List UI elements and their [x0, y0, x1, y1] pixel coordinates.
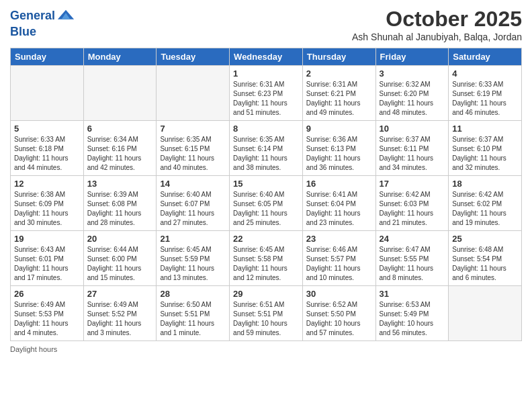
day-number: 1 [233, 68, 299, 79]
calendar-cell: 10Sunrise: 6:37 AM Sunset: 6:11 PM Dayli… [375, 121, 449, 176]
calendar-cell: 12Sunrise: 6:38 AM Sunset: 6:09 PM Dayli… [11, 176, 84, 231]
location: Ash Shunah al Janubiyah, Balqa, Jordan [352, 32, 522, 42]
day-info: Sunrise: 6:39 AM Sunset: 6:08 PM Dayligh… [87, 190, 153, 228]
calendar-cell [449, 286, 522, 341]
day-number: 9 [306, 124, 372, 134]
calendar-header-row: Sunday Monday Tuesday Wednesday Thursday… [11, 48, 522, 66]
day-info: Sunrise: 6:33 AM Sunset: 6:18 PM Dayligh… [14, 135, 80, 173]
day-info: Sunrise: 6:35 AM Sunset: 6:15 PM Dayligh… [160, 135, 226, 173]
month-title: October 2025 [352, 7, 522, 32]
day-info: Sunrise: 6:50 AM Sunset: 5:51 PM Dayligh… [160, 300, 226, 338]
calendar-cell: 14Sunrise: 6:40 AM Sunset: 6:07 PM Dayli… [157, 176, 230, 231]
col-wednesday: Wednesday [230, 48, 303, 66]
day-number: 26 [14, 289, 80, 299]
day-number: 24 [380, 234, 445, 244]
day-number: 31 [380, 289, 445, 299]
day-number: 22 [233, 234, 299, 244]
day-info: Sunrise: 6:36 AM Sunset: 6:13 PM Dayligh… [306, 135, 372, 173]
day-info: Sunrise: 6:37 AM Sunset: 6:11 PM Dayligh… [380, 135, 445, 173]
calendar-cell: 20Sunrise: 6:44 AM Sunset: 6:00 PM Dayli… [83, 231, 157, 286]
calendar-cell [157, 66, 230, 121]
day-number: 27 [87, 289, 153, 299]
calendar-cell: 26Sunrise: 6:49 AM Sunset: 5:53 PM Dayli… [11, 286, 84, 341]
calendar-cell: 21Sunrise: 6:45 AM Sunset: 5:59 PM Dayli… [157, 231, 230, 286]
day-info: Sunrise: 6:32 AM Sunset: 6:20 PM Dayligh… [380, 80, 445, 118]
calendar-table: Sunday Monday Tuesday Wednesday Thursday… [10, 48, 522, 341]
day-info: Sunrise: 6:40 AM Sunset: 6:07 PM Dayligh… [160, 190, 226, 228]
day-number: 4 [452, 68, 518, 79]
day-info: Sunrise: 6:38 AM Sunset: 6:09 PM Dayligh… [14, 190, 80, 228]
calendar-week-3: 19Sunrise: 6:43 AM Sunset: 6:01 PM Dayli… [11, 231, 522, 286]
calendar-week-2: 12Sunrise: 6:38 AM Sunset: 6:09 PM Dayli… [11, 176, 522, 231]
day-info: Sunrise: 6:53 AM Sunset: 5:49 PM Dayligh… [380, 300, 445, 338]
day-info: Sunrise: 6:31 AM Sunset: 6:23 PM Dayligh… [233, 80, 299, 118]
day-number: 20 [87, 234, 153, 244]
day-info: Sunrise: 6:40 AM Sunset: 6:05 PM Dayligh… [233, 190, 299, 228]
day-number: 15 [233, 179, 299, 189]
calendar-cell: 16Sunrise: 6:41 AM Sunset: 6:04 PM Dayli… [302, 176, 375, 231]
day-info: Sunrise: 6:46 AM Sunset: 5:57 PM Dayligh… [306, 245, 372, 283]
calendar-cell: 11Sunrise: 6:37 AM Sunset: 6:10 PM Dayli… [449, 121, 522, 176]
col-monday: Monday [83, 48, 157, 66]
logo-text-general: General [10, 9, 55, 23]
calendar-cell [83, 66, 157, 121]
day-info: Sunrise: 6:48 AM Sunset: 5:54 PM Dayligh… [452, 245, 518, 283]
logo-icon [56, 7, 75, 26]
day-info: Sunrise: 6:45 AM Sunset: 5:59 PM Dayligh… [160, 245, 226, 283]
day-info: Sunrise: 6:41 AM Sunset: 6:04 PM Dayligh… [306, 190, 372, 228]
day-number: 29 [233, 289, 299, 299]
calendar-cell: 25Sunrise: 6:48 AM Sunset: 5:54 PM Dayli… [449, 231, 522, 286]
day-info: Sunrise: 6:52 AM Sunset: 5:50 PM Dayligh… [306, 300, 372, 338]
day-number: 17 [380, 179, 445, 189]
calendar-cell: 24Sunrise: 6:47 AM Sunset: 5:55 PM Dayli… [375, 231, 449, 286]
day-number: 10 [380, 124, 445, 134]
day-info: Sunrise: 6:45 AM Sunset: 5:58 PM Dayligh… [233, 245, 299, 283]
day-info: Sunrise: 6:49 AM Sunset: 5:53 PM Dayligh… [14, 300, 80, 338]
logo-text-blue: Blue [10, 25, 36, 38]
calendar-cell: 28Sunrise: 6:50 AM Sunset: 5:51 PM Dayli… [157, 286, 230, 341]
day-info: Sunrise: 6:35 AM Sunset: 6:14 PM Dayligh… [233, 135, 299, 173]
calendar-cell: 19Sunrise: 6:43 AM Sunset: 6:01 PM Dayli… [11, 231, 84, 286]
day-number: 28 [160, 289, 226, 299]
calendar-cell: 3Sunrise: 6:32 AM Sunset: 6:20 PM Daylig… [375, 66, 449, 121]
calendar-cell: 2Sunrise: 6:31 AM Sunset: 6:21 PM Daylig… [302, 66, 375, 121]
calendar-cell: 5Sunrise: 6:33 AM Sunset: 6:18 PM Daylig… [11, 121, 84, 176]
calendar-cell: 6Sunrise: 6:34 AM Sunset: 6:16 PM Daylig… [83, 121, 157, 176]
day-number: 8 [233, 124, 299, 134]
day-info: Sunrise: 6:34 AM Sunset: 6:16 PM Dayligh… [87, 135, 153, 173]
calendar-cell: 29Sunrise: 6:51 AM Sunset: 5:51 PM Dayli… [230, 286, 303, 341]
col-tuesday: Tuesday [157, 48, 230, 66]
day-info: Sunrise: 6:42 AM Sunset: 6:03 PM Dayligh… [380, 190, 445, 228]
calendar-week-1: 5Sunrise: 6:33 AM Sunset: 6:18 PM Daylig… [11, 121, 522, 176]
header: General Blue October 2025 Ash Shunah al … [10, 7, 522, 42]
day-info: Sunrise: 6:44 AM Sunset: 6:00 PM Dayligh… [87, 245, 153, 283]
calendar-cell: 8Sunrise: 6:35 AM Sunset: 6:14 PM Daylig… [230, 121, 303, 176]
calendar-week-4: 26Sunrise: 6:49 AM Sunset: 5:53 PM Dayli… [11, 286, 522, 341]
calendar-cell [11, 66, 84, 121]
col-friday: Friday [375, 48, 449, 66]
day-number: 2 [306, 68, 372, 79]
col-saturday: Saturday [449, 48, 522, 66]
page: General Blue October 2025 Ash Shunah al … [0, 0, 532, 411]
day-number: 12 [14, 179, 80, 189]
calendar-week-0: 1Sunrise: 6:31 AM Sunset: 6:23 PM Daylig… [11, 66, 522, 121]
col-thursday: Thursday [302, 48, 375, 66]
calendar-cell: 7Sunrise: 6:35 AM Sunset: 6:15 PM Daylig… [157, 121, 230, 176]
day-info: Sunrise: 6:51 AM Sunset: 5:51 PM Dayligh… [233, 300, 299, 338]
day-info: Sunrise: 6:43 AM Sunset: 6:01 PM Dayligh… [14, 245, 80, 283]
day-number: 6 [87, 124, 153, 134]
logo: General Blue [10, 7, 75, 39]
day-number: 13 [87, 179, 153, 189]
day-number: 3 [380, 68, 445, 79]
day-number: 19 [14, 234, 80, 244]
footer-note: Daylight hours [10, 345, 522, 353]
day-info: Sunrise: 6:47 AM Sunset: 5:55 PM Dayligh… [380, 245, 445, 283]
day-info: Sunrise: 6:42 AM Sunset: 6:02 PM Dayligh… [452, 190, 518, 228]
calendar-cell: 23Sunrise: 6:46 AM Sunset: 5:57 PM Dayli… [302, 231, 375, 286]
day-number: 23 [306, 234, 372, 244]
day-number: 18 [452, 179, 518, 189]
calendar-cell: 1Sunrise: 6:31 AM Sunset: 6:23 PM Daylig… [230, 66, 303, 121]
day-number: 25 [452, 234, 518, 244]
day-number: 30 [306, 289, 372, 299]
day-number: 14 [160, 179, 226, 189]
